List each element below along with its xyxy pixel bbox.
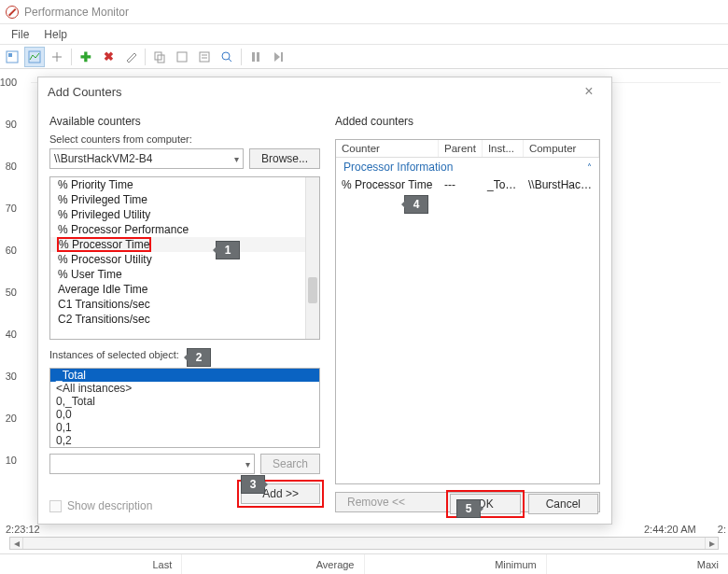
counter-group-row[interactable]: Processor Information ˄ [336, 158, 599, 176]
close-icon: × [584, 83, 593, 100]
x-tick: 2: [718, 524, 726, 535]
add-counters-dialog: Add Counters × Available counters Select… [37, 77, 612, 525]
column-computer[interactable]: Computer [524, 140, 599, 157]
checkbox-icon [49, 500, 62, 512]
toolbar-pause-button[interactable] [245, 47, 266, 67]
callout-2: 2 [187, 348, 211, 367]
status-minimum: Minimum [364, 554, 546, 574]
computer-value: \\BurstHackVM2-B4 [54, 152, 152, 165]
toolbar-button[interactable] [24, 47, 45, 67]
x-tick: 2:23:12 [6, 524, 40, 535]
browse-button[interactable]: Browse... [249, 148, 320, 169]
added-counters-table: Counter Parent Inst... Computer Processo… [335, 139, 600, 484]
svg-rect-14 [257, 52, 259, 62]
toolbar-properties-button[interactable] [194, 47, 215, 67]
counter-item[interactable]: C1 Transitions/sec [50, 297, 319, 312]
show-description-label: Show description [67, 499, 152, 512]
counter-item-processor-time[interactable]: % Processor Time [50, 237, 319, 252]
column-counter[interactable]: Counter [336, 140, 439, 157]
svg-rect-13 [252, 52, 255, 62]
cell-instance: _Total [482, 178, 523, 191]
svg-rect-16 [281, 52, 283, 62]
cancel-button[interactable]: Cancel [528, 494, 598, 514]
counter-label: % Processor Time [58, 238, 150, 251]
y-tick: 20 [0, 413, 17, 424]
menu-help[interactable]: Help [36, 28, 75, 41]
dialog-title: Add Counters [48, 85, 122, 99]
svg-point-11 [222, 52, 230, 60]
cell-counter: % Processor Time [336, 178, 439, 191]
toolbar-button[interactable] [47, 47, 67, 67]
instance-item-total[interactable]: _Total [50, 369, 319, 382]
counter-item[interactable]: % Privileged Time [50, 192, 319, 207]
table-header: Counter Parent Inst... Computer [336, 140, 599, 158]
y-tick: 10 [0, 455, 17, 466]
instance-item[interactable]: 0,2 [50, 434, 319, 447]
dialog-titlebar: Add Counters × [38, 77, 611, 105]
status-last: Last [0, 554, 181, 574]
y-tick: 40 [0, 329, 17, 340]
column-parent[interactable]: Parent [439, 140, 483, 157]
toolbar-copy-button[interactable] [149, 47, 170, 67]
toolbar-remove-button[interactable]: ✖ [98, 47, 119, 67]
computer-combo[interactable]: \\BurstHackVM2-B4 ▾ [49, 148, 244, 169]
scrollbar-thumb[interactable] [308, 277, 317, 303]
toolbar-separator [145, 49, 146, 65]
app-icon [6, 6, 19, 19]
counter-item[interactable]: Average Idle Time [50, 282, 319, 297]
chevron-up-icon: ˄ [587, 162, 592, 173]
svg-line-12 [229, 59, 231, 62]
svg-rect-1 [8, 53, 12, 57]
counter-item[interactable]: % Processor Performance [50, 222, 319, 237]
y-tick: 70 [0, 203, 17, 214]
cell-computer: \\BurstHackV... [523, 178, 599, 191]
svg-rect-8 [200, 52, 209, 62]
search-button[interactable]: Search [260, 454, 320, 474]
instance-item[interactable]: <All instances> [50, 382, 319, 395]
scroll-right-arrow[interactable]: ▸ [705, 538, 718, 549]
toolbar-zoom-button[interactable] [217, 47, 237, 67]
available-counters-header: Available counters [49, 115, 320, 128]
counters-listbox[interactable]: % Priority Time % Privileged Time % Priv… [49, 176, 320, 340]
instance-search-combo[interactable]: ▾ [49, 454, 255, 474]
menubar: File Help [0, 24, 728, 45]
toolbar: ✚ ✖ [0, 45, 728, 69]
toolbar-separator [71, 49, 72, 65]
instance-item[interactable]: 0,_Total [50, 395, 319, 408]
counter-item[interactable]: % Privileged Utility [50, 207, 319, 222]
counter-data-row[interactable]: % Processor Time --- _Total \\BurstHackV… [336, 176, 599, 193]
status-average: Average [181, 554, 363, 574]
instances-listbox[interactable]: _Total <All instances> 0,_Total 0,0 0,1 … [49, 368, 320, 448]
counter-item[interactable]: C2 Transitions/sec [50, 312, 319, 327]
y-tick: 90 [0, 119, 17, 130]
toolbar-add-button[interactable]: ✚ [76, 47, 96, 67]
instance-item[interactable]: 0,3 [50, 447, 319, 448]
svg-marker-15 [274, 52, 280, 62]
plus-icon: ✚ [80, 49, 91, 64]
scroll-left-arrow[interactable]: ◂ [10, 538, 23, 549]
toolbar-forward-button[interactable] [268, 47, 288, 67]
y-tick: 60 [0, 245, 17, 256]
callout-5: 5 [456, 499, 481, 518]
counter-item[interactable]: % Priority Time [50, 177, 319, 192]
x-icon: ✖ [104, 50, 114, 63]
toolbar-button[interactable] [120, 47, 141, 67]
dialog-close-button[interactable]: × [576, 81, 602, 102]
show-description-checkbox[interactable]: Show description [49, 499, 152, 512]
toolbar-button[interactable] [172, 47, 192, 67]
y-tick: 30 [0, 371, 17, 382]
horizontal-scrollbar[interactable]: ◂ ▸ [9, 537, 719, 550]
counter-item[interactable]: % Processor Utility [50, 252, 319, 267]
toolbar-button[interactable] [2, 47, 22, 67]
chevron-down-icon: ▾ [234, 154, 239, 164]
window-titlebar: Performance Monitor [0, 0, 728, 24]
column-instance[interactable]: Inst... [483, 140, 524, 157]
instance-item[interactable]: 0,0 [50, 408, 319, 421]
svg-rect-7 [177, 52, 187, 62]
instance-item[interactable]: 0,1 [50, 421, 319, 434]
vertical-scrollbar[interactable] [305, 177, 319, 339]
toolbar-separator [241, 49, 242, 65]
chevron-down-icon: ▾ [245, 459, 250, 469]
menu-file[interactable]: File [4, 28, 36, 41]
counter-item[interactable]: % User Time [50, 267, 319, 282]
